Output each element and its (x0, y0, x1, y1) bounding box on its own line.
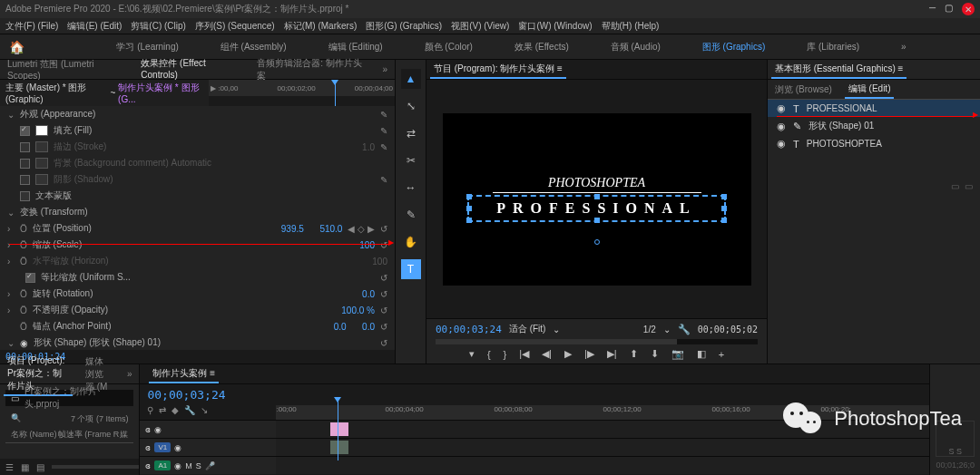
type-tool-icon[interactable]: T (401, 259, 421, 279)
hand-tool-icon[interactable]: ✋ (401, 232, 421, 252)
col-media[interactable]: 媒 (120, 429, 128, 441)
settings-icon[interactable]: 🔧 (184, 405, 195, 420)
maximize-button[interactable]: ▢ (945, 3, 953, 15)
stroke-swatch[interactable] (35, 141, 48, 152)
button-editor-icon[interactable]: + (719, 349, 724, 360)
workspace-learning[interactable]: 学习 (Learning) (109, 41, 185, 53)
menu-help[interactable]: 帮助(H) (Help) (602, 20, 660, 33)
timeline-tab[interactable]: 制作片头案例 ≡ (149, 365, 219, 383)
program-timecode[interactable]: 00;00;03;24 (436, 324, 502, 335)
wrench-icon[interactable]: 🔧 (678, 324, 691, 335)
menu-markers[interactable]: 标记(M) (Markers) (284, 20, 358, 33)
menu-edit[interactable]: 编辑(E) (Edit) (67, 20, 122, 33)
timeline-timecode[interactable]: 00;00;03;24 (147, 388, 225, 402)
timeline-playhead[interactable] (338, 397, 338, 460)
icon-view-icon[interactable]: ▦ (21, 462, 29, 472)
marker-icon[interactable]: ◆ (172, 405, 179, 420)
eyedropper-icon[interactable]: ✎ (380, 126, 387, 136)
track-select-tool-icon[interactable]: ⤡ (401, 96, 421, 116)
menu-sequence[interactable]: 序列(S) (Sequence) (195, 20, 275, 33)
effect-playhead[interactable] (335, 80, 336, 106)
play-icon[interactable]: ▶ (564, 348, 572, 360)
menu-window[interactable]: 窗口(W) (Window) (518, 20, 592, 33)
col-name[interactable]: 名称 (Name) (11, 429, 57, 441)
workspace-color[interactable]: 颜色 (Color) (417, 41, 480, 53)
close-button[interactable]: ✕ (962, 3, 975, 15)
new-layer-icon[interactable]: ▭ (951, 181, 959, 191)
shape-header[interactable]: 形状 (Shape) (形状 (Shape) 01) (34, 336, 375, 349)
track-v2-target[interactable]: ◉ (154, 425, 162, 434)
transform-header[interactable]: 变换 (Transform) (20, 206, 387, 218)
export-frame-icon[interactable]: 📷 (671, 348, 684, 360)
position-y[interactable]: 510.0 (319, 224, 342, 234)
step-back-icon[interactable]: ◀| (542, 348, 552, 360)
menu-view[interactable]: 视图(V) (View) (451, 20, 509, 33)
timeline-ruler[interactable]: :00;00 00;00;04;00 00;00;08;00 00;00;12;… (276, 405, 929, 420)
anchor-icon[interactable] (594, 239, 600, 245)
bg-swatch[interactable] (35, 158, 48, 169)
stroke-checkbox[interactable] (20, 142, 30, 152)
col-framerate[interactable]: 帧速率 (Frame R (58, 429, 120, 441)
comparison-icon[interactable]: ◧ (697, 348, 706, 360)
lift-icon[interactable]: ⬆ (630, 348, 638, 360)
tab-lumetri-scopes[interactable]: Lumetri 范围 (Lumetri Scopes) (4, 56, 128, 82)
program-scrubber[interactable] (436, 339, 758, 344)
scale-value[interactable]: 100 (359, 240, 375, 250)
eye-icon[interactable]: ◉ (777, 138, 786, 150)
mask-checkbox[interactable] (20, 191, 30, 201)
position-x[interactable]: 939.5 (281, 224, 304, 234)
eye-icon[interactable]: ◉ (777, 121, 786, 132)
effect-time-ruler[interactable]: ▶ :00,00 00;00;02;00 00;00;04;00 (209, 80, 395, 96)
reset-icon[interactable]: ↺ (380, 224, 387, 234)
freeform-view-icon[interactable]: ▤ (36, 462, 44, 472)
snap-icon[interactable]: ⚲ (147, 405, 153, 420)
program-tab[interactable]: 节目 (Program): 制作片头案例 ≡ (430, 61, 566, 79)
panel-menu-icon[interactable]: » (378, 64, 391, 74)
pen-tool-icon[interactable]: ✎ (401, 205, 421, 225)
workspace-audio[interactable]: 音频 (Audio) (603, 41, 668, 53)
essential-graphics-tab[interactable]: 基本图形 (Essential Graphics) ≡ (771, 61, 906, 79)
track-a1-label[interactable]: A1 (154, 460, 171, 470)
razor-tool-icon[interactable]: ✂ (401, 150, 421, 170)
clip-name[interactable]: 制作片头案例 * 图形 (G... (118, 82, 203, 104)
workspace-overflow[interactable]: » (894, 42, 914, 52)
workspace-graphics[interactable]: 图形 (Graphics) (695, 41, 772, 53)
eye-icon[interactable]: ◉ (20, 338, 28, 348)
extract-icon[interactable]: ⬇ (651, 348, 659, 360)
workspace-effects[interactable]: 效果 (Effects) (507, 41, 576, 53)
text-selection-box[interactable]: PROFESSIONAL (467, 195, 725, 222)
shadow-checkbox[interactable] (20, 175, 30, 185)
appearance-header[interactable]: 外观 (Appearance) (20, 108, 375, 121)
mark-out-icon[interactable]: } (504, 349, 507, 360)
track-v1-label[interactable]: V1 (154, 442, 171, 452)
menu-file[interactable]: 文件(F) (File) (5, 20, 58, 33)
bg-checkbox[interactable] (20, 159, 30, 169)
eye-icon[interactable]: ◉ (777, 102, 786, 114)
ripple-tool-icon[interactable]: ⇄ (401, 123, 421, 143)
menu-clip[interactable]: 剪辑(C) (Clip) (131, 20, 186, 33)
step-fwd-icon[interactable]: |▶ (584, 348, 594, 360)
clip-v1[interactable] (330, 441, 348, 454)
workspace-assembly[interactable]: 组件 (Assembly) (213, 41, 294, 53)
eg-layer-shape[interactable]: ◉ ✎ 形状 (Shape) 01 (768, 117, 980, 135)
eg-layer-photoshoptea[interactable]: ◉ T PHOTOSHOPTEA (768, 135, 980, 152)
track-toggle-icon[interactable]: ɞ (145, 461, 151, 470)
mark-in-icon[interactable]: { (487, 349, 491, 360)
uniform-checkbox[interactable] (25, 273, 35, 283)
tl-arrow-icon[interactable]: ↘ (201, 405, 208, 420)
shadow-swatch[interactable] (35, 174, 48, 185)
group-icon[interactable]: ▭ (965, 181, 973, 191)
link-icon[interactable]: ⇄ (159, 405, 166, 420)
eg-edit-tab[interactable]: 编辑 (Edit) (845, 81, 895, 99)
track-toggle-icon[interactable]: ɞ (145, 443, 151, 452)
program-canvas[interactable]: PHOTOSHOPTEA PROFESSIONAL (443, 113, 751, 286)
project-filter[interactable]: ▭ Pr案例之：制作片头.prproj (5, 390, 133, 406)
thumb-slider[interactable] (52, 465, 143, 469)
go-out-icon[interactable]: ▶| (607, 348, 617, 360)
fill-swatch[interactable] (35, 125, 48, 136)
fill-checkbox[interactable] (20, 126, 30, 136)
workspace-libraries[interactable]: 库 (Libraries) (799, 41, 867, 53)
workspace-editing[interactable]: 编辑 (Editing) (321, 41, 390, 53)
list-view-icon[interactable]: ☰ (5, 462, 14, 472)
zoom-dropdown[interactable]: 1/2 (643, 325, 656, 334)
